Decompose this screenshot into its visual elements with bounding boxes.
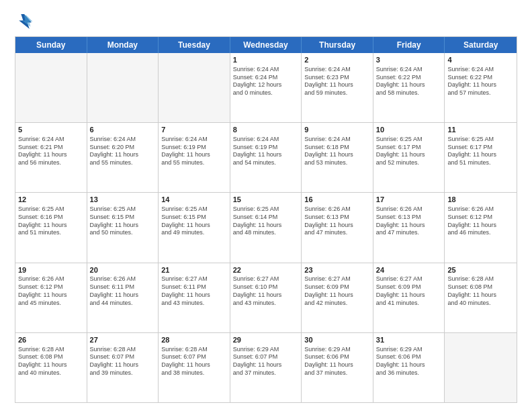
calendar-cell: 13Sunrise: 6:25 AM Sunset: 6:15 PM Dayli…	[87, 193, 159, 262]
day-info: Sunrise: 6:25 AM Sunset: 6:17 PM Dayligh…	[447, 136, 514, 167]
day-number: 11	[447, 125, 514, 135]
calendar-cell: 22Sunrise: 6:27 AM Sunset: 6:10 PM Dayli…	[230, 263, 302, 332]
day-number: 4	[447, 55, 514, 65]
day-info: Sunrise: 6:29 AM Sunset: 6:06 PM Dayligh…	[304, 346, 370, 377]
calendar-cell: 20Sunrise: 6:26 AM Sunset: 6:11 PM Dayli…	[87, 263, 159, 332]
day-number: 20	[90, 265, 156, 275]
calendar-week-3: 12Sunrise: 6:25 AM Sunset: 6:16 PM Dayli…	[15, 193, 517, 263]
day-number: 2	[304, 55, 370, 65]
day-number: 27	[90, 335, 156, 345]
calendar-cell: 17Sunrise: 6:26 AM Sunset: 6:13 PM Dayli…	[373, 193, 445, 262]
day-info: Sunrise: 6:24 AM Sunset: 6:20 PM Dayligh…	[90, 136, 156, 167]
calendar-cell: 12Sunrise: 6:25 AM Sunset: 6:16 PM Dayli…	[15, 193, 87, 262]
day-info: Sunrise: 6:28 AM Sunset: 6:07 PM Dayligh…	[90, 346, 156, 377]
header-day-wednesday: Wednesday	[230, 37, 302, 53]
calendar-cell: 7Sunrise: 6:24 AM Sunset: 6:19 PM Daylig…	[159, 123, 230, 192]
day-info: Sunrise: 6:29 AM Sunset: 6:07 PM Dayligh…	[233, 346, 299, 377]
day-info: Sunrise: 6:26 AM Sunset: 6:12 PM Dayligh…	[447, 205, 514, 237]
day-number: 17	[376, 195, 442, 205]
calendar-cell: 26Sunrise: 6:28 AM Sunset: 6:08 PM Dayli…	[15, 333, 87, 402]
calendar-cell: 19Sunrise: 6:26 AM Sunset: 6:12 PM Dayli…	[15, 263, 87, 332]
day-number: 6	[90, 125, 156, 135]
calendar-cell: 11Sunrise: 6:25 AM Sunset: 6:17 PM Dayli…	[445, 123, 517, 192]
day-info: Sunrise: 6:26 AM Sunset: 6:13 PM Dayligh…	[376, 205, 442, 237]
day-number: 29	[233, 335, 299, 345]
header-day-monday: Monday	[87, 37, 159, 53]
day-info: Sunrise: 6:25 AM Sunset: 6:14 PM Dayligh…	[233, 205, 299, 237]
day-info: Sunrise: 6:28 AM Sunset: 6:08 PM Dayligh…	[18, 346, 84, 377]
day-number: 16	[304, 195, 370, 205]
header-day-saturday: Saturday	[445, 37, 517, 53]
day-info: Sunrise: 6:25 AM Sunset: 6:15 PM Dayligh…	[90, 205, 156, 237]
day-info: Sunrise: 6:24 AM Sunset: 6:18 PM Dayligh…	[304, 136, 370, 167]
calendar-cell: 28Sunrise: 6:28 AM Sunset: 6:07 PM Dayli…	[159, 333, 230, 402]
day-info: Sunrise: 6:27 AM Sunset: 6:09 PM Dayligh…	[304, 275, 370, 307]
day-info: Sunrise: 6:25 AM Sunset: 6:17 PM Dayligh…	[376, 136, 442, 167]
day-info: Sunrise: 6:24 AM Sunset: 6:21 PM Dayligh…	[18, 136, 84, 167]
header-day-friday: Friday	[373, 37, 445, 53]
calendar-week-4: 19Sunrise: 6:26 AM Sunset: 6:12 PM Dayli…	[15, 263, 517, 333]
day-info: Sunrise: 6:28 AM Sunset: 6:07 PM Dayligh…	[161, 346, 227, 377]
day-info: Sunrise: 6:25 AM Sunset: 6:16 PM Dayligh…	[18, 205, 84, 237]
day-number: 25	[447, 265, 514, 275]
calendar-cell: 16Sunrise: 6:26 AM Sunset: 6:13 PM Dayli…	[302, 193, 373, 262]
day-number: 13	[90, 195, 156, 205]
calendar-cell: 5Sunrise: 6:24 AM Sunset: 6:21 PM Daylig…	[15, 123, 87, 192]
day-number: 14	[161, 195, 227, 205]
page: SundayMondayTuesdayWednesdayThursdayFrid…	[0, 0, 532, 411]
calendar-cell	[159, 53, 230, 122]
day-number: 22	[233, 265, 299, 275]
day-number: 19	[18, 265, 84, 275]
calendar-cell: 29Sunrise: 6:29 AM Sunset: 6:07 PM Dayli…	[230, 333, 302, 402]
calendar-cell: 6Sunrise: 6:24 AM Sunset: 6:20 PM Daylig…	[87, 123, 159, 192]
calendar-cell: 14Sunrise: 6:25 AM Sunset: 6:15 PM Dayli…	[159, 193, 230, 262]
day-info: Sunrise: 6:24 AM Sunset: 6:22 PM Dayligh…	[376, 66, 442, 97]
calendar-cell	[445, 333, 517, 402]
calendar-cell: 31Sunrise: 6:29 AM Sunset: 6:06 PM Dayli…	[373, 333, 445, 402]
calendar-week-1: 1Sunrise: 6:24 AM Sunset: 6:24 PM Daylig…	[15, 53, 517, 123]
day-number: 3	[376, 55, 442, 65]
day-number: 21	[161, 265, 227, 275]
day-info: Sunrise: 6:29 AM Sunset: 6:06 PM Dayligh…	[376, 346, 442, 377]
calendar-cell: 4Sunrise: 6:24 AM Sunset: 6:22 PM Daylig…	[445, 53, 517, 122]
logo-icon	[15, 12, 34, 31]
day-info: Sunrise: 6:27 AM Sunset: 6:10 PM Dayligh…	[233, 275, 299, 307]
day-info: Sunrise: 6:24 AM Sunset: 6:19 PM Dayligh…	[233, 136, 299, 167]
day-info: Sunrise: 6:28 AM Sunset: 6:08 PM Dayligh…	[447, 275, 514, 307]
day-number: 28	[161, 335, 227, 345]
calendar-cell: 24Sunrise: 6:27 AM Sunset: 6:09 PM Dayli…	[373, 263, 445, 332]
day-number: 23	[304, 265, 370, 275]
calendar-cell: 3Sunrise: 6:24 AM Sunset: 6:22 PM Daylig…	[373, 53, 445, 122]
day-number: 5	[18, 125, 84, 135]
day-info: Sunrise: 6:24 AM Sunset: 6:24 PM Dayligh…	[233, 66, 299, 97]
calendar: SundayMondayTuesdayWednesdayThursdayFrid…	[15, 36, 517, 403]
calendar-cell: 25Sunrise: 6:28 AM Sunset: 6:08 PM Dayli…	[445, 263, 517, 332]
day-info: Sunrise: 6:24 AM Sunset: 6:22 PM Dayligh…	[447, 66, 514, 97]
day-info: Sunrise: 6:25 AM Sunset: 6:15 PM Dayligh…	[161, 205, 227, 237]
day-info: Sunrise: 6:26 AM Sunset: 6:12 PM Dayligh…	[18, 275, 84, 307]
day-number: 9	[304, 125, 370, 135]
day-info: Sunrise: 6:24 AM Sunset: 6:23 PM Dayligh…	[304, 66, 370, 97]
day-number: 10	[376, 125, 442, 135]
calendar-cell: 27Sunrise: 6:28 AM Sunset: 6:07 PM Dayli…	[87, 333, 159, 402]
calendar-cell	[87, 53, 159, 122]
day-number: 7	[161, 125, 227, 135]
calendar-cell	[15, 53, 87, 122]
day-info: Sunrise: 6:26 AM Sunset: 6:13 PM Dayligh…	[304, 205, 370, 237]
calendar-cell: 8Sunrise: 6:24 AM Sunset: 6:19 PM Daylig…	[230, 123, 302, 192]
day-info: Sunrise: 6:26 AM Sunset: 6:11 PM Dayligh…	[90, 275, 156, 307]
calendar-header-row: SundayMondayTuesdayWednesdayThursdayFrid…	[15, 37, 517, 53]
calendar-cell: 30Sunrise: 6:29 AM Sunset: 6:06 PM Dayli…	[302, 333, 373, 402]
day-number: 26	[18, 335, 84, 345]
day-number: 8	[233, 125, 299, 135]
header-day-sunday: Sunday	[15, 37, 87, 53]
day-info: Sunrise: 6:27 AM Sunset: 6:09 PM Dayligh…	[376, 275, 442, 307]
calendar-week-5: 26Sunrise: 6:28 AM Sunset: 6:08 PM Dayli…	[15, 333, 517, 402]
calendar-cell: 23Sunrise: 6:27 AM Sunset: 6:09 PM Dayli…	[302, 263, 373, 332]
logo	[15, 12, 36, 31]
calendar-cell: 10Sunrise: 6:25 AM Sunset: 6:17 PM Dayli…	[373, 123, 445, 192]
calendar-cell: 2Sunrise: 6:24 AM Sunset: 6:23 PM Daylig…	[302, 53, 373, 122]
day-info: Sunrise: 6:24 AM Sunset: 6:19 PM Dayligh…	[161, 136, 227, 167]
calendar-body: 1Sunrise: 6:24 AM Sunset: 6:24 PM Daylig…	[15, 53, 517, 402]
day-number: 12	[18, 195, 84, 205]
